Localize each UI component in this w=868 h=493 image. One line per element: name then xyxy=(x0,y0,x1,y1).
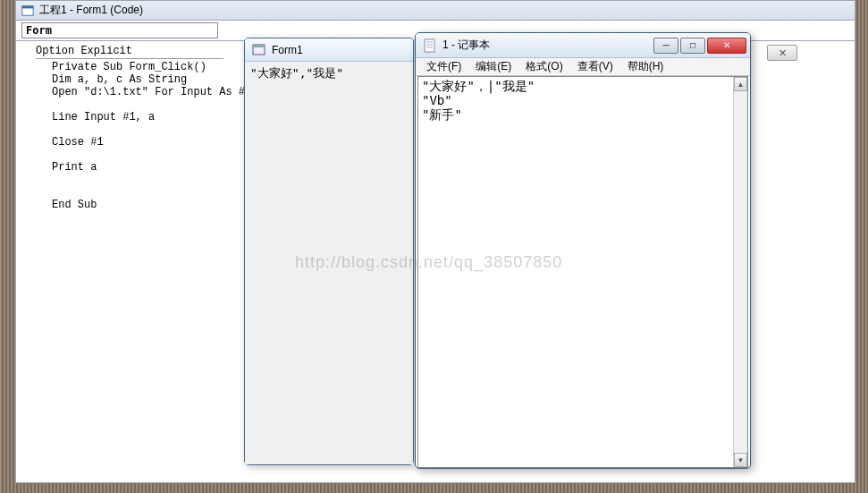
code-titlebar[interactable]: 工程1 - Form1 (Code) xyxy=(16,1,855,21)
minimize-icon: ─ xyxy=(662,40,669,50)
form1-icon xyxy=(252,43,266,57)
notepad-title: 1 - 记事本 xyxy=(442,38,648,53)
chevron-down-icon: ▼ xyxy=(737,456,745,464)
notepad-window: 1 - 记事本 ─ □ ✕ 文件(F) 编辑(E) 格式(O) 查看(V) 帮助… xyxy=(415,32,751,469)
notepad-titlebar[interactable]: 1 - 记事本 ─ □ ✕ xyxy=(416,33,750,58)
close-button[interactable]: ✕ xyxy=(707,38,746,54)
notepad-client-wrap: "大家好"，|"我是" "Vb" "新手" ▲ ▼ xyxy=(417,76,748,468)
svg-rect-3 xyxy=(253,45,265,47)
scroll-track[interactable] xyxy=(734,91,747,453)
scroll-up-button[interactable]: ▲ xyxy=(734,77,747,91)
notepad-icon xyxy=(423,38,437,53)
form1-output-text: "大家好","我是" xyxy=(250,66,343,80)
form1-runtime-window: Form1 "大家好","我是" xyxy=(244,38,414,465)
form1-titlebar[interactable]: Form1 xyxy=(245,38,413,62)
chevron-up-icon: ▲ xyxy=(737,81,745,89)
svg-rect-1 xyxy=(22,5,33,8)
maximize-button[interactable]: □ xyxy=(680,38,705,54)
background-close-button[interactable]: ✕ xyxy=(767,45,797,61)
minimize-button[interactable]: ─ xyxy=(653,38,678,54)
vertical-scrollbar[interactable]: ▲ ▼ xyxy=(733,77,747,467)
form1-title: Form1 xyxy=(272,44,406,56)
svg-rect-4 xyxy=(425,39,434,52)
scroll-down-button[interactable]: ▼ xyxy=(734,453,747,467)
code-window-title: 工程1 - Form1 (Code) xyxy=(39,3,849,18)
object-dropdown[interactable]: Form xyxy=(21,22,218,38)
close-icon: ✕ xyxy=(723,40,730,50)
menu-file[interactable]: 文件(F) xyxy=(419,57,468,76)
notepad-text-area[interactable]: "大家好"，|"我是" "Vb" "新手" xyxy=(418,77,747,467)
code-first-line: Option Explicit xyxy=(36,45,223,59)
menu-help[interactable]: 帮助(H) xyxy=(620,57,671,76)
maximize-icon: □ xyxy=(690,40,695,50)
window-controls: ─ □ ✕ xyxy=(653,38,746,54)
menu-format[interactable]: 格式(O) xyxy=(518,57,569,76)
notepad-menubar: 文件(F) 编辑(E) 格式(O) 查看(V) 帮助(H) xyxy=(416,58,750,76)
menu-edit[interactable]: 编辑(E) xyxy=(468,57,518,76)
close-icon: ✕ xyxy=(779,47,787,59)
menu-view[interactable]: 查看(V) xyxy=(570,57,620,76)
code-rest: Private Sub Form_Click() Dim a, b, c As … xyxy=(52,61,251,211)
code-window-icon xyxy=(21,4,34,17)
form1-client-area[interactable]: "大家好","我是" xyxy=(245,62,413,464)
